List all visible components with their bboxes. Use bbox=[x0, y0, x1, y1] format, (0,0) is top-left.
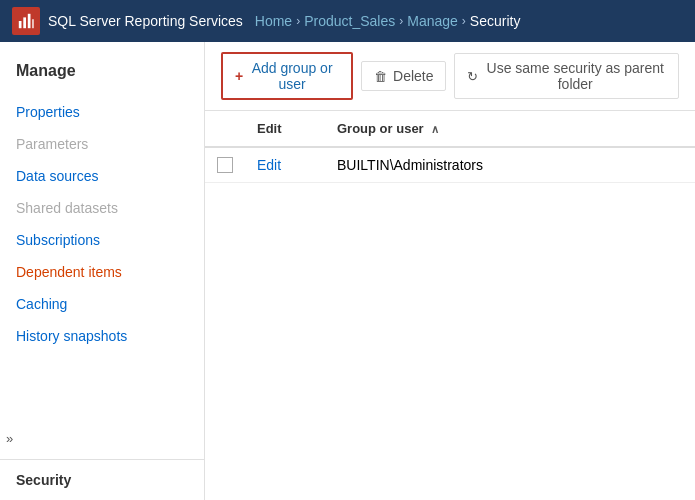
breadcrumb-manage[interactable]: Manage bbox=[407, 13, 458, 29]
sidebar-item-security[interactable]: Security bbox=[0, 459, 204, 500]
security-table-area: Edit Group or user ∧ bbox=[205, 111, 695, 500]
sidebar-title: Manage bbox=[0, 54, 204, 96]
sidebar-collapse-arrow[interactable]: » bbox=[0, 427, 19, 450]
add-group-label: Add group or user bbox=[245, 60, 339, 92]
svg-rect-3 bbox=[32, 19, 33, 28]
topbar: SQL Server Reporting Services Home › Pro… bbox=[0, 0, 695, 42]
add-group-button[interactable]: + Add group or user bbox=[221, 52, 353, 100]
main-layout: Manage Properties Parameters Data source… bbox=[0, 42, 695, 500]
plus-icon: + bbox=[235, 68, 243, 84]
row-checkbox[interactable] bbox=[217, 157, 233, 173]
sidebar-item-data-sources[interactable]: Data sources bbox=[0, 160, 204, 192]
edit-link[interactable]: Edit bbox=[257, 157, 281, 173]
row-check-cell bbox=[205, 147, 245, 183]
table-row: Edit BUILTIN\Administrators bbox=[205, 147, 695, 183]
breadcrumb-home[interactable]: Home bbox=[255, 13, 292, 29]
main-content: + Add group or user 🗑 Delete ↺ Use same … bbox=[205, 42, 695, 500]
breadcrumb-product-sales[interactable]: Product_Sales bbox=[304, 13, 395, 29]
chart-icon bbox=[17, 12, 35, 30]
use-same-security-button[interactable]: ↺ Use same security as parent folder bbox=[454, 53, 679, 99]
sync-icon: ↺ bbox=[467, 69, 478, 84]
sidebar-item-history-snapshots[interactable]: History snapshots bbox=[0, 320, 204, 352]
sidebar-item-dependent-items[interactable]: Dependent items bbox=[0, 256, 204, 288]
toolbar: + Add group or user 🗑 Delete ↺ Use same … bbox=[205, 42, 695, 111]
breadcrumb-arrow-3: › bbox=[462, 14, 466, 28]
sidebar: Manage Properties Parameters Data source… bbox=[0, 42, 205, 500]
delete-button[interactable]: 🗑 Delete bbox=[361, 61, 446, 91]
col-group-label: Group or user bbox=[337, 121, 424, 136]
svg-rect-0 bbox=[19, 21, 22, 28]
breadcrumb: Home › Product_Sales › Manage › Security bbox=[251, 13, 521, 29]
svg-rect-1 bbox=[23, 17, 26, 28]
sidebar-item-caching[interactable]: Caching bbox=[0, 288, 204, 320]
app-name: SQL Server Reporting Services bbox=[48, 13, 243, 29]
breadcrumb-arrow-1: › bbox=[296, 14, 300, 28]
trash-icon: 🗑 bbox=[374, 69, 387, 84]
table-header-row: Edit Group or user ∧ bbox=[205, 111, 695, 147]
svg-rect-2 bbox=[28, 14, 31, 28]
breadcrumb-security: Security bbox=[470, 13, 521, 29]
row-edit-cell: Edit bbox=[245, 147, 325, 183]
app-logo bbox=[12, 7, 40, 35]
security-table: Edit Group or user ∧ bbox=[205, 111, 695, 183]
use-same-label: Use same security as parent folder bbox=[484, 60, 666, 92]
col-header-check bbox=[205, 111, 245, 147]
breadcrumb-arrow-2: › bbox=[399, 14, 403, 28]
row-group-cell: BUILTIN\Administrators bbox=[325, 147, 695, 183]
sort-asc-icon: ∧ bbox=[431, 123, 439, 135]
sidebar-item-properties[interactable]: Properties bbox=[0, 96, 204, 128]
sidebar-item-subscriptions[interactable]: Subscriptions bbox=[0, 224, 204, 256]
col-header-group[interactable]: Group or user ∧ bbox=[325, 111, 695, 147]
sidebar-item-parameters: Parameters bbox=[0, 128, 204, 160]
sidebar-item-shared-datasets: Shared datasets bbox=[0, 192, 204, 224]
delete-label: Delete bbox=[393, 68, 433, 84]
col-header-edit: Edit bbox=[245, 111, 325, 147]
